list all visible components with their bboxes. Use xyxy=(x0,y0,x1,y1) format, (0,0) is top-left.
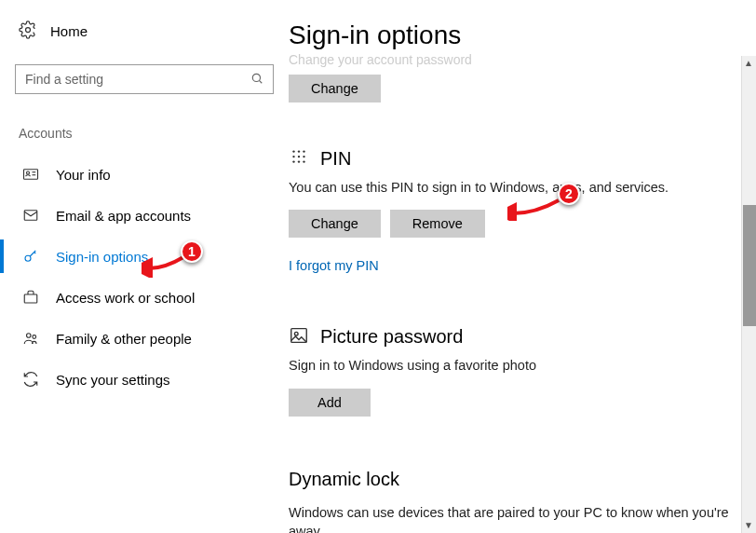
svg-point-8 xyxy=(25,255,31,261)
svg-point-11 xyxy=(33,335,36,339)
pin-change-button[interactable]: Change xyxy=(289,210,381,238)
mail-icon xyxy=(22,207,39,224)
search-icon xyxy=(250,72,263,88)
sidebar-item-label: Access work or school xyxy=(56,290,195,306)
svg-point-22 xyxy=(294,333,298,336)
scroll-down-icon[interactable]: ▼ xyxy=(743,520,754,531)
pin-title: PIN xyxy=(320,148,351,170)
search-box[interactable] xyxy=(15,64,274,94)
pin-icon xyxy=(289,147,309,171)
sync-icon xyxy=(22,371,39,388)
picture-desc: Sign in to Windows using a favorite phot… xyxy=(289,356,730,375)
gear-icon xyxy=(19,20,37,42)
scroll-up-icon[interactable]: ▲ xyxy=(743,58,754,69)
svg-rect-3 xyxy=(24,170,38,180)
svg-point-14 xyxy=(303,150,304,152)
picture-section-header: Picture password xyxy=(289,325,730,348)
sidebar-item-your-info[interactable]: Your info xyxy=(0,154,289,195)
forgot-pin-link[interactable]: I forgot my PIN xyxy=(289,258,730,273)
page-title: Sign-in options xyxy=(289,20,730,50)
picture-add-button[interactable]: Add xyxy=(289,389,371,417)
svg-rect-7 xyxy=(24,211,37,221)
home-nav[interactable]: Home xyxy=(15,20,289,42)
main-content: Sign-in options Change your account pass… xyxy=(289,0,756,533)
search-input[interactable] xyxy=(25,72,250,87)
password-desc-truncated: Change your account password xyxy=(289,52,730,67)
picture-title: Picture password xyxy=(320,326,463,348)
category-label: Accounts xyxy=(15,126,289,141)
sidebar-item-email[interactable]: Email & app accounts xyxy=(0,195,289,236)
sidebar-item-label: Your info xyxy=(56,167,111,183)
pin-remove-button[interactable]: Remove xyxy=(390,210,485,238)
svg-point-17 xyxy=(303,156,304,157)
dynamic-lock-title: Dynamic lock xyxy=(289,469,730,490)
scrollbar[interactable]: ▲ ▼ xyxy=(741,56,756,533)
sidebar-item-label: Family & other people xyxy=(56,331,192,347)
svg-point-0 xyxy=(26,28,31,33)
pin-desc: You can use this PIN to sign in to Windo… xyxy=(289,178,730,197)
sidebar-item-label: Sync your settings xyxy=(56,372,170,388)
svg-point-1 xyxy=(252,74,260,81)
sidebar-item-label: Sign-in options xyxy=(56,249,148,265)
svg-point-12 xyxy=(292,150,294,152)
svg-line-2 xyxy=(259,80,262,83)
password-change-button[interactable]: Change xyxy=(289,75,381,102)
svg-point-15 xyxy=(292,156,294,157)
svg-point-16 xyxy=(298,156,300,157)
svg-point-20 xyxy=(303,160,304,162)
svg-point-10 xyxy=(27,334,32,338)
person-card-icon xyxy=(22,166,39,183)
svg-point-13 xyxy=(298,150,300,152)
home-label: Home xyxy=(50,23,88,39)
people-icon xyxy=(22,330,39,347)
scrollbar-thumb[interactable] xyxy=(743,205,756,326)
sidebar-item-family[interactable]: Family & other people xyxy=(0,318,289,359)
settings-sidebar: Home Accounts Your info Email & app acco… xyxy=(0,0,289,533)
svg-point-18 xyxy=(292,160,294,162)
sidebar-item-sync[interactable]: Sync your settings xyxy=(0,359,289,400)
svg-rect-9 xyxy=(24,294,37,303)
sidebar-item-work[interactable]: Access work or school xyxy=(0,277,289,318)
sidebar-item-label: Email & app accounts xyxy=(56,208,191,224)
svg-point-4 xyxy=(27,171,30,174)
sidebar-item-signin[interactable]: Sign-in options xyxy=(0,236,289,277)
key-icon xyxy=(22,248,39,265)
pin-section-header: PIN xyxy=(289,147,730,171)
picture-icon xyxy=(289,325,309,348)
dynamic-lock-desc: Windows can use devices that are paired … xyxy=(289,503,730,533)
svg-point-19 xyxy=(298,160,300,162)
briefcase-icon xyxy=(22,289,39,306)
